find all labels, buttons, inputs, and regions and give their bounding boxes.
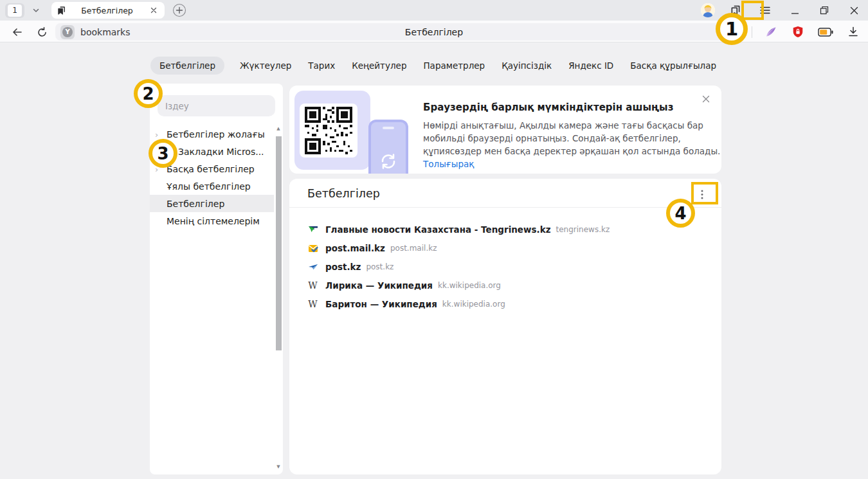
- scroll-down-icon[interactable]: ▼: [275, 463, 282, 471]
- tab-settings[interactable]: Параметрлер: [422, 57, 486, 75]
- tab-other-devices[interactable]: Басқа құрылғылар: [629, 57, 718, 75]
- address-bar-more-button[interactable]: [728, 24, 741, 40]
- sidebar-item-label: Ұялы бетбелгілер: [167, 181, 251, 192]
- banner-title: Браузердің барлық мүмкіндіктерін ашыңыз: [423, 102, 721, 113]
- shield-lock-icon: [792, 26, 804, 38]
- bookmark-row-tengrinews[interactable]: Главные новости Казахстана - Tengrinews.…: [289, 220, 721, 239]
- mail-favicon: [307, 242, 318, 253]
- chevron-down-icon: [32, 6, 40, 14]
- sidebar-item-my-links[interactable]: Менің сілтемелерім: [150, 212, 274, 230]
- sidebar-item-mobile-bookmarks[interactable]: Ұялы бетбелгілер: [150, 177, 274, 195]
- divider: [289, 207, 721, 208]
- tab-title: Бетбелгілер: [66, 6, 148, 15]
- bookmark-title: Главные новости Казахстана - Tengrinews.…: [325, 224, 551, 235]
- new-tab-button[interactable]: [171, 2, 188, 19]
- close-icon: [150, 7, 157, 14]
- tengrinews-favicon: [307, 224, 318, 235]
- active-tab[interactable]: Бетбелгілер: [51, 2, 165, 19]
- bookmark-url: kk.wikipedia.org: [442, 300, 505, 309]
- hamburger-menu-icon: [760, 6, 770, 14]
- browser-menu-button[interactable]: [756, 1, 774, 19]
- yandex-pen-extension-button[interactable]: [763, 24, 779, 41]
- sidebar-item-bookmarks-bar[interactable]: ›Бетбелгілер жолағы: [150, 125, 274, 143]
- scroll-up-icon[interactable]: ▲: [275, 125, 282, 132]
- bookmark-url: kk.wikipedia.org: [438, 281, 501, 290]
- reload-icon: [37, 27, 48, 38]
- bookmarks-panel-icon: [730, 5, 741, 16]
- browser-window: 1 Бетбелгілер: [0, 0, 868, 479]
- tab-bookmarks[interactable]: Бетбелгілер: [150, 57, 224, 75]
- bookmark-row-post-kz[interactable]: post.kz post.kz: [289, 257, 721, 276]
- avatar-icon: [701, 3, 715, 17]
- tab-history[interactable]: Тарих: [307, 57, 336, 75]
- qr-code: [300, 104, 357, 158]
- tab-count: 1: [8, 5, 22, 17]
- back-arrow-icon: [12, 26, 23, 38]
- settings-nav-tabs: Бетбелгілер Жүктеулер Тарих Кеңейтулер П…: [0, 57, 868, 75]
- sidebar-item-label: Басқа бетбелгілер: [167, 164, 255, 174]
- bookmarks-sidebar: ›Бетбелгілер жолағы ›Закладки Micros... …: [150, 84, 283, 474]
- phone-illustration: [368, 120, 408, 174]
- chevron-right-icon: ›: [155, 165, 158, 173]
- banner-more-link[interactable]: Толығырақ: [423, 159, 474, 169]
- folder-tree: ›Бетбелгілер жолағы ›Закладки Micros... …: [150, 125, 283, 230]
- chevron-right-icon: ›: [167, 147, 170, 156]
- toolbar-divider: [752, 26, 752, 38]
- bookmark-row-post-mail-kz[interactable]: post.mail.kz post.mail.kz: [289, 239, 721, 257]
- minimize-icon: [791, 6, 799, 15]
- window-restore-button[interactable]: [815, 1, 833, 19]
- chevron-right-icon: ›: [155, 130, 158, 138]
- banner-art: [294, 91, 370, 170]
- tab-close-button[interactable]: [148, 5, 159, 16]
- banner-body: Нөмірді анықтағыш, Ақылды камера және та…: [423, 119, 721, 170]
- bookmark-row-bariton-wikipedia[interactable]: W Баритон — Уикипедия kk.wikipedia.org: [289, 294, 721, 313]
- tab-counter-button[interactable]: 1: [5, 3, 24, 18]
- tab-extensions[interactable]: Кеңейтулер: [350, 57, 408, 75]
- site-badge[interactable]: Y: [60, 25, 75, 39]
- sidebar-item-other-bookmarks[interactable]: ›Басқа бетбелгілер: [150, 160, 274, 177]
- back-button[interactable]: [9, 24, 26, 41]
- reload-button[interactable]: [33, 24, 50, 41]
- bookmark-list: Главные новости Казахстана - Tengrinews.…: [289, 220, 721, 313]
- bookmark-url: post.kz: [366, 262, 393, 271]
- feather-icon: [764, 26, 777, 39]
- sidebar-item-bookmarks[interactable]: Бетбелгілер: [150, 195, 274, 212]
- phone-speaker: [383, 127, 394, 129]
- tabbar-right-controls: [701, 0, 863, 21]
- tab-security[interactable]: Қауіпсіздік: [500, 57, 553, 75]
- bookmark-title: Баритон — Уикипедия: [325, 299, 437, 309]
- tab-list-chevron-button[interactable]: [28, 3, 44, 18]
- wikipedia-favicon: W: [307, 298, 318, 309]
- bookmarks-side-panel-button[interactable]: [727, 1, 745, 19]
- address-bar[interactable]: Y bookmarks: [55, 23, 743, 41]
- bookmarks-menu-button[interactable]: [693, 185, 711, 203]
- close-icon: [850, 6, 858, 15]
- sidebar-scrollbar[interactable]: ▲ ▼: [275, 125, 282, 471]
- tab-downloads[interactable]: Жүктеулер: [239, 57, 293, 75]
- downloads-button[interactable]: [845, 24, 862, 41]
- window-minimize-button[interactable]: [786, 1, 804, 19]
- tab-yandex-id[interactable]: Яндекс ID: [567, 57, 615, 75]
- protect-shield-button[interactable]: [790, 24, 806, 41]
- bookmark-tab-icon: [57, 6, 66, 15]
- toolbar-right-controls: [728, 23, 862, 41]
- battery-saver-button[interactable]: [817, 24, 835, 41]
- mobile-promo-banner: Браузердің барлық мүмкіндіктерін ашыңыз …: [289, 86, 721, 174]
- sidebar-item-zakladki-micros[interactable]: ›Закладки Micros...: [150, 143, 274, 160]
- bookmark-row-lirika-wikipedia[interactable]: W Лирика — Уикипедия kk.wikipedia.org: [289, 276, 721, 294]
- banner-close-button[interactable]: [698, 91, 714, 107]
- sidebar-item-label: Закладки Micros...: [178, 147, 264, 157]
- sidebar-item-label: Бетбелгілер: [167, 199, 224, 209]
- bookmark-url: post.mail.kz: [390, 244, 437, 253]
- sidebar-item-label: Менің сілтемелерім: [167, 216, 260, 226]
- restore-icon: [820, 6, 829, 15]
- sidebar-item-label: Бетбелгілер жолағы: [167, 129, 265, 140]
- close-icon: [702, 95, 710, 103]
- postkz-favicon: [307, 261, 318, 272]
- plus-icon: [172, 3, 186, 17]
- bookmarks-panel-title: Бетбелгілер: [307, 187, 380, 200]
- window-close-button[interactable]: [845, 1, 863, 19]
- profile-avatar[interactable]: [701, 3, 715, 17]
- scrollbar-thumb[interactable]: [276, 136, 282, 350]
- search-input[interactable]: [158, 95, 275, 116]
